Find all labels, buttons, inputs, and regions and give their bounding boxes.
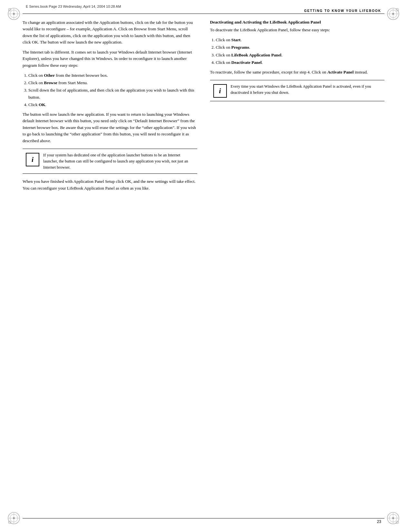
right-info-text: Every time you start Windows the LifeBoo… <box>231 84 382 96</box>
left-para1: To change an application associated with… <box>23 19 197 46</box>
left-steps-list: Click on Other from the Internet browser… <box>28 72 197 108</box>
left-para2: The Internet tab is different. It comes … <box>23 49 197 69</box>
left-info-box: i If your system has dedicated one of th… <box>23 149 197 174</box>
left-step-1: Click on Other from the Internet browser… <box>28 72 197 79</box>
left-para4: When you have finished with Application … <box>23 178 197 192</box>
bottom-line <box>23 518 384 518</box>
page-number: 23 <box>377 519 381 524</box>
file-info: E Series.book Page 23 Wednesday, April 1… <box>26 5 381 8</box>
page: E Series.book Page 23 Wednesday, April 1… <box>0 0 407 532</box>
left-para3: The button will now launch the new appli… <box>23 111 197 144</box>
right-step-1: Click on Start. <box>216 36 385 43</box>
header-line <box>23 14 384 14</box>
left-step-4: Click OK. <box>28 101 197 108</box>
left-info-text: If your system has dedicated one of the … <box>43 152 194 170</box>
right-step-4: Click on Deactivate Panel. <box>216 59 385 66</box>
right-step-2: Click on Programs. <box>216 44 385 51</box>
left-column: To change an application associated with… <box>23 19 197 513</box>
right-intro: To deactivate the LifeBook Application P… <box>210 27 385 33</box>
right-info-box: i Every time you start Windows the LifeB… <box>210 80 385 101</box>
corner-decoration-bl <box>6 510 22 526</box>
content-area: To change an application associated with… <box>23 19 384 513</box>
left-step-2: Click on Browse from Start Menu. <box>28 79 197 86</box>
info-icon-left: i <box>26 153 39 166</box>
info-icon-right: i <box>213 84 227 98</box>
right-column: Deactivating and Activating the LifeBook… <box>210 19 385 513</box>
right-steps-list: Click on Start. Click on Programs. Click… <box>216 36 385 66</box>
reactivate-text: To reactivate, follow the same procedure… <box>210 69 385 75</box>
right-step-3: Click on LifeBook Application Panel. <box>216 52 385 58</box>
section-heading: Deactivating and Activating the LifeBook… <box>210 19 385 25</box>
corner-decoration-br <box>385 510 401 526</box>
corner-decoration-tl <box>6 6 22 22</box>
file-info-text: E Series.book Page 23 Wednesday, April 1… <box>26 5 121 8</box>
header-label: Getting to Know Your LifeBook <box>304 9 381 13</box>
left-step-3: Scroll down the list of applications, an… <box>28 87 197 100</box>
corner-decoration-tr <box>385 6 401 22</box>
